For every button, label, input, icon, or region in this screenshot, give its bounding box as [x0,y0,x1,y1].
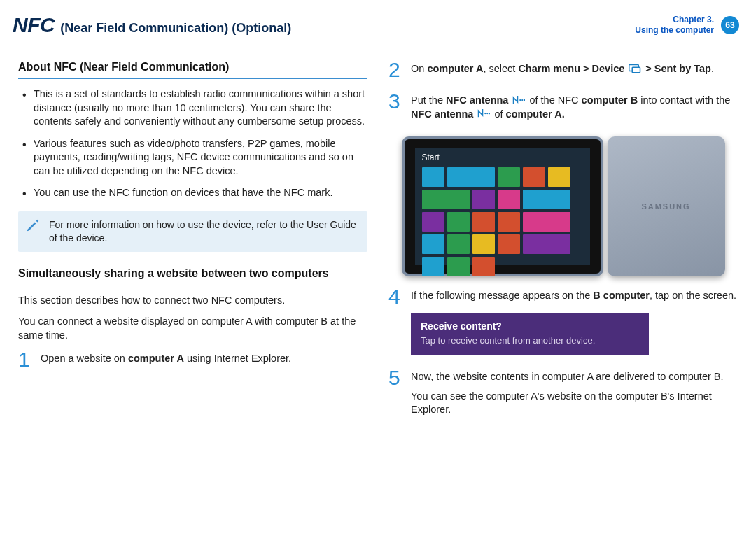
start-tile [523,190,570,209]
about-nfc-heading: About NFC (Near Field Communication) [18,59,368,80]
start-tile [422,212,444,232]
step-3-t4: computer B [582,94,638,106]
step-5: 5 Now, the website contents in computer … [388,367,738,423]
receive-dialog-title: Receive content? [421,320,607,333]
note-text: For more information on how to use the d… [49,219,356,244]
start-tile [447,212,470,232]
tablet-front-view: Start [402,136,603,276]
page-number-badge: 63 [721,16,739,34]
step-4-t3: , tap on the screen. [650,290,736,301]
start-tile [498,212,520,232]
note-icon [25,218,41,234]
svg-point-6 [487,113,489,114]
start-tile [523,234,570,254]
step-4: 4 If the following message appears on th… [388,286,738,358]
right-column: 2 On computer A, select Charm menu > Dev… [388,52,738,432]
start-tile [422,257,444,276]
step-2-t4: Charm menu > Device [518,63,627,74]
step-3-t1: Put the [411,94,446,106]
step-2-t6: . [711,63,714,74]
step-2: 2 On computer A, select Charm menu > Dev… [388,59,738,82]
start-tile [523,167,545,187]
step-2-number: 2 [388,59,404,80]
sharing-heading: Simultaneously sharing a website between… [18,266,368,286]
step-1: 1 Open a website on computer A using Int… [18,349,368,372]
step-3-t3: of the NFC [526,94,581,106]
nfc-icon [512,95,525,105]
step-3-t6: NFC antenna [411,108,476,120]
tablet-back-view [608,136,725,276]
svg-point-5 [485,113,486,114]
step-3-body: Put the NFC antenna of the NFC computer … [411,91,738,127]
svg-point-4 [524,99,526,101]
step-2-t1: On [411,63,427,74]
device-icon [629,64,641,73]
step-5-body: Now, the website contents in computer A … [411,367,738,423]
start-tile [447,234,470,254]
step-2-t5: > Sent by Tap [643,63,711,74]
receive-content-dialog: Receive content? Tap to receive content … [411,313,649,355]
about-bullet-1: This is a set of standards to establish … [18,87,368,129]
svg-point-2 [520,99,522,101]
step-3-t2: NFC antenna [446,94,511,106]
start-tile [498,234,520,254]
start-tile [472,190,495,209]
start-tile [422,190,470,209]
step-3: 3 Put the NFC antenna of the NFC compute… [388,91,738,127]
step-1-text-bold: computer A [128,353,184,364]
step-4-t1: If the following message appears on the [411,290,593,301]
about-bullet-2: Various features such as video/photo tra… [18,137,368,178]
share-intro-2: You can connect a website displayed on c… [18,315,368,342]
chapter-line-1: Chapter 3. [635,15,714,26]
start-tile [498,190,520,209]
start-tile [422,234,444,254]
chapter-line-2: Using the computer [635,25,714,36]
chapter-text: Chapter 3. Using the computer [635,15,714,36]
svg-rect-1 [633,67,640,73]
tablet-start-screen: Start [415,148,590,265]
about-nfc-bullets: This is a set of standards to establish … [18,87,368,200]
step-1-text-post: using Internet Explorer. [184,353,291,364]
step-4-body: If the following message appears on the … [411,286,738,358]
start-tile [447,257,470,276]
chapter-block: Chapter 3. Using the computer 63 [635,15,739,36]
step-3-t7: of [491,108,505,120]
start-tile [498,167,520,187]
svg-point-3 [522,99,524,101]
about-bullet-3: You can use the NFC function on devices … [18,186,368,200]
start-tile [472,212,495,232]
title-main: NFC [13,11,55,40]
start-tile [523,212,570,232]
tablet-illustration: Start [388,136,738,276]
step-4-number: 4 [388,286,404,307]
start-tile [422,167,444,187]
start-tiles-grid [415,164,590,279]
step-1-text-pre: Open a website on [41,353,128,364]
step-1-number: 1 [18,349,34,370]
step-5-p1: Now, the website contents in computer A … [411,370,738,384]
page-title: NFC (Near Field Communication) (Optional… [13,11,291,40]
step-2-body: On computer A, select Charm menu > Devic… [411,59,738,82]
step-3-t5: into contact with the [638,94,730,106]
left-column: About NFC (Near Field Communication) Thi… [18,52,368,432]
step-1-body: Open a website on computer A using Inter… [41,349,368,372]
start-tile [548,167,570,187]
step-2-t2: computer A [427,63,483,74]
step-5-number: 5 [388,367,404,388]
share-intro-1: This section describes how to connect tw… [18,294,368,308]
title-subtitle: (Near Field Communication) (Optional) [60,20,291,36]
step-3-number: 3 [388,91,404,112]
step-4-t2: B computer [593,290,650,301]
step-3-t8: computer A. [506,108,565,120]
start-screen-label: Start [415,148,590,164]
page-header: NFC (Near Field Communication) (Optional… [0,0,756,45]
start-tile [472,257,495,276]
info-note-box: For more information on how to use the d… [18,211,368,252]
step-5-p2: You can see the computer A's website on … [411,390,738,417]
nfc-icon [477,109,490,119]
start-tile [472,234,495,254]
receive-dialog-body: Tap to receive content from another devi… [421,334,607,347]
step-2-t3: , select [483,63,518,74]
svg-point-7 [489,113,491,114]
start-tile [447,167,495,187]
